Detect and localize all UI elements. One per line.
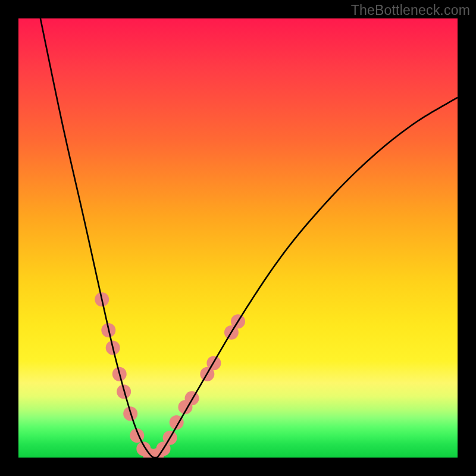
- bottleneck-curve: [40, 18, 458, 458]
- data-marker: [185, 391, 199, 405]
- marker-group: [95, 292, 245, 458]
- watermark-text: TheBottleneck.com: [351, 2, 470, 18]
- plot-area: [18, 18, 458, 458]
- chart-frame: TheBottleneck.com: [0, 0, 476, 476]
- chart-svg: [18, 18, 458, 458]
